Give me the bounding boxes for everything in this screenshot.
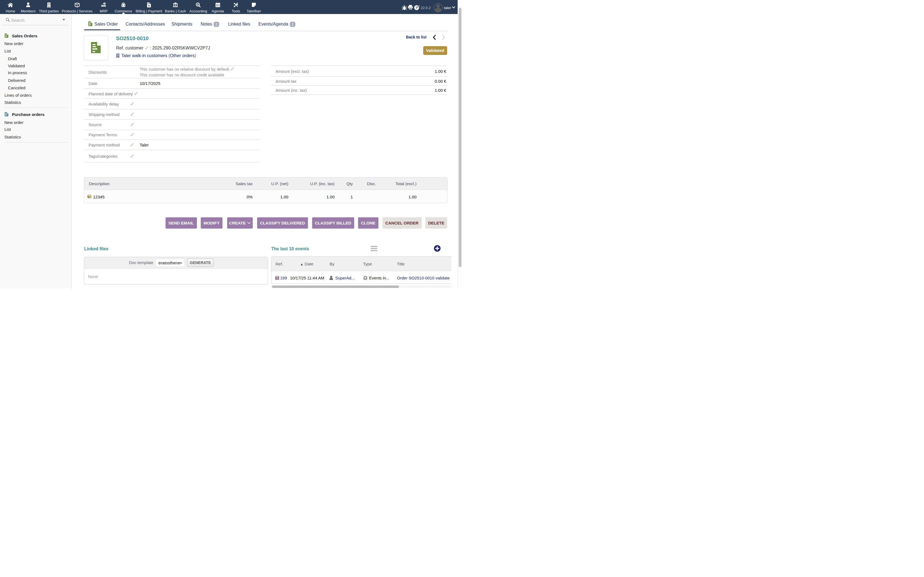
svg-text:?: ? <box>415 6 418 10</box>
svg-text:$: $ <box>197 3 199 6</box>
svg-text:$: $ <box>148 4 150 7</box>
